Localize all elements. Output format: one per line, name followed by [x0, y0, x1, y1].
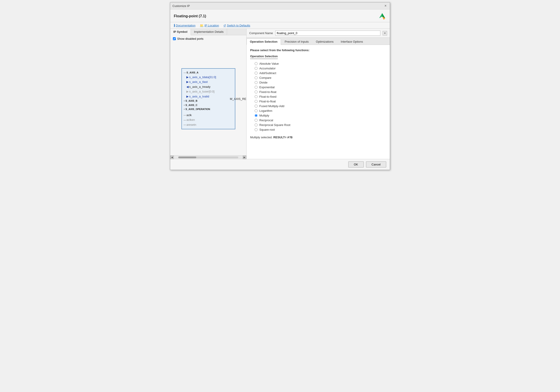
dialog-title: Floating-point (7.1) — [174, 14, 206, 18]
right-panel: Component Name ✕ Operation Selection Pre… — [247, 29, 390, 159]
switch-defaults-button[interactable]: ↺ Switch to Defaults — [223, 24, 250, 27]
tab-content-operation-selection: Please select from the following functio… — [247, 45, 390, 159]
label-multiply[interactable]: Multiply — [259, 114, 269, 117]
operation-heading: Please select from the following functio… — [250, 49, 386, 52]
radio-reciprocal[interactable] — [255, 119, 258, 122]
label-float-to-float[interactable]: Float-to-float — [259, 100, 276, 103]
label-reciprocal-square-root[interactable]: Reciprocal Square Root — [259, 123, 290, 127]
label-square-root[interactable]: Square-root — [259, 128, 275, 131]
expand-s-axis-c[interactable]: + — [184, 103, 185, 107]
label-fused-multiply-add[interactable]: Fused Multiply-Add — [259, 104, 284, 108]
ip-canvas: — S_AXIS_A ▶ s_axis_a_tdata[31:0] ▶ s_ax… — [170, 42, 246, 155]
scroll-left-button[interactable]: ◀ — [170, 156, 174, 159]
window-title: Customize IP — [172, 4, 190, 8]
scroll-right-button[interactable]: ▶ — [243, 156, 246, 159]
m-axis-result-row: M_AXIS_RESULT + ⊞ — [230, 97, 246, 101]
operation-selection-section: Operation Selection Absolute ValueAccumu… — [250, 55, 386, 139]
tab-impl-details[interactable]: Implementation Details — [191, 29, 227, 35]
expand-s-axis-b[interactable]: + — [184, 99, 185, 103]
radio-square-root[interactable] — [255, 128, 258, 131]
tab-interface-options[interactable]: Interface Options — [338, 39, 366, 45]
tab-optimizations[interactable]: Optimizations — [312, 39, 337, 45]
radio-add-subtract[interactable] — [255, 72, 258, 75]
port-row-aclk: — aclk — [182, 113, 235, 118]
precision-inputs-tab-label: Precision of Inputs — [285, 40, 309, 43]
dialog-header: Floating-point (7.1) — [170, 10, 390, 22]
label-absolute-value[interactable]: Absolute Value — [259, 62, 279, 65]
component-name-row: Component Name ✕ — [247, 29, 390, 38]
radio-reciprocal-square-root[interactable] — [255, 123, 258, 126]
label-exponential[interactable]: Exponential — [259, 86, 275, 89]
port-row-aresetn: — aresetn — [182, 122, 235, 127]
tab-operation-selection[interactable]: Operation Selection — [247, 39, 281, 45]
m-axis-result-label: M_AXIS_RESULT — [230, 97, 246, 101]
right-tabs: Operation Selection Precision of Inputs … — [247, 38, 390, 45]
aresetn-label: aresetn — [187, 123, 196, 127]
label-reciprocal[interactable]: Reciprocal — [259, 119, 273, 122]
radio-multiply[interactable] — [255, 114, 258, 117]
label-add-subtract[interactable]: Add/Subtract — [259, 71, 276, 75]
result-formula: RESULT= A*B — [273, 136, 293, 139]
aclk-label: aclk — [187, 113, 192, 117]
ok-button[interactable]: OK — [348, 161, 364, 168]
horizontal-scrollbar[interactable]: ◀ ▶ — [170, 155, 246, 159]
show-disabled-checkbox[interactable] — [173, 37, 176, 40]
radio-accumulator[interactable] — [255, 67, 258, 70]
label-fixed-to-float[interactable]: Fixed-to-float — [259, 90, 276, 94]
ip-location-label: IP Location — [204, 24, 219, 27]
location-icon: 📁 — [200, 24, 203, 27]
radio-fused-multiply-add[interactable] — [255, 105, 258, 108]
radio-divide[interactable] — [255, 81, 258, 84]
s-axis-op-label: S_AXIS_OPERATION — [185, 107, 210, 111]
show-disabled-label[interactable]: Show disabled ports — [177, 37, 203, 40]
tab-ip-symbol[interactable]: IP Symbol — [170, 29, 191, 35]
scrollbar-thumb[interactable] — [178, 157, 196, 158]
port-row-tready: ◀ s_axis_a_tready — [182, 84, 235, 89]
radio-row-multiply: Multiply — [255, 113, 386, 118]
label-compare[interactable]: Compare — [259, 76, 271, 80]
component-name-input[interactable] — [275, 30, 380, 36]
radio-float-to-fixed[interactable] — [255, 95, 258, 98]
tab-precision-inputs[interactable]: Precision of Inputs — [281, 39, 312, 45]
radio-row-accumulator: Accumulator — [255, 66, 386, 71]
radio-row-float-to-float: Float-to-float — [255, 99, 386, 104]
operation-selection-tab-label: Operation Selection — [250, 40, 278, 43]
label-logarithm[interactable]: Logarithm — [259, 109, 272, 112]
switch-defaults-label: Switch to Defaults — [227, 24, 250, 27]
port-row-tvalid: ▶ s_axis_a_tvalid — [182, 94, 235, 99]
expand-s-axis-op[interactable]: + — [184, 107, 185, 111]
result-prefix: Multiply selected. — [250, 136, 273, 139]
radio-absolute-value[interactable] — [255, 62, 258, 65]
port-row-aclken: — aclken — [182, 117, 235, 122]
interface-options-tab-label: Interface Options — [341, 40, 363, 43]
radio-float-to-float[interactable] — [255, 100, 258, 103]
port-row-tdata: ▶ s_axis_a_tdata[31:0] — [182, 75, 235, 80]
arrow-tdata: ▶ — [186, 75, 189, 80]
info-icon: ℹ — [174, 24, 175, 27]
radio-row-fused-multiply-add: Fused Multiply-Add — [255, 104, 386, 109]
documentation-label: Documentation — [176, 24, 195, 27]
clear-component-name-button[interactable]: ✕ — [383, 31, 387, 35]
scrollbar-track[interactable] — [178, 157, 238, 158]
s-axis-b-label: S_AXIS_B — [185, 99, 197, 103]
radio-logarithm[interactable] — [255, 109, 258, 112]
expand-s-axis-a[interactable]: — — [184, 71, 186, 75]
close-button[interactable]: × — [383, 4, 388, 8]
label-divide[interactable]: Divide — [259, 81, 267, 84]
label-float-to-fixed[interactable]: Float-to-fixed — [259, 95, 276, 98]
radio-compare[interactable] — [255, 76, 258, 79]
show-disabled-row: Show disabled ports — [170, 35, 246, 42]
ip-location-button[interactable]: 📁 IP Location — [200, 24, 219, 27]
cancel-button[interactable]: Cancel — [366, 161, 386, 168]
radio-row-exponential: Exponential — [255, 85, 386, 90]
radio-fixed-to-float[interactable] — [255, 90, 258, 93]
label-accumulator[interactable]: Accumulator — [259, 67, 276, 70]
result-text: Multiply selected. RESULT= A*B — [250, 136, 386, 139]
radio-row-float-to-fixed: Float-to-fixed — [255, 94, 386, 99]
radio-exponential[interactable] — [255, 86, 258, 89]
port-row-tlast: ▶ s_axis_a_tlast — [182, 80, 235, 84]
tuser-label: s_axis_a_tuser[0:0] — [189, 89, 215, 94]
documentation-button[interactable]: ℹ Documentation — [174, 24, 195, 27]
radio-row-reciprocal-square-root: Reciprocal Square Root — [255, 123, 386, 127]
tlast-label: s_axis_a_tlast — [189, 80, 208, 84]
